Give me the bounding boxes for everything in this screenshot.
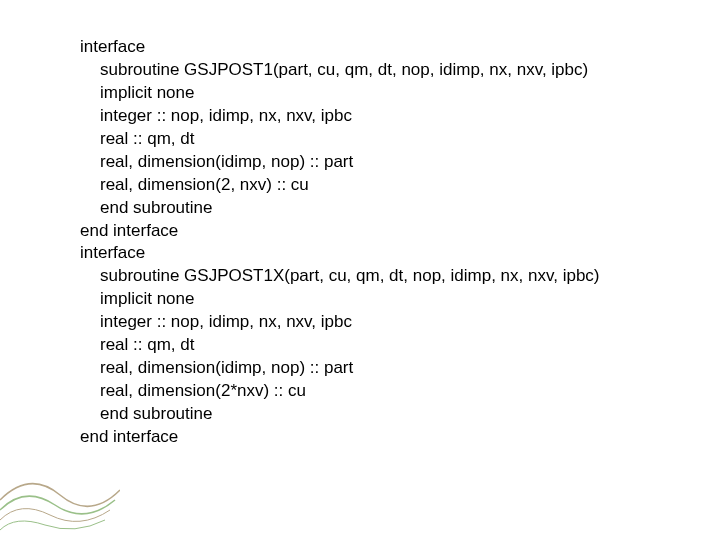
slide-container: interfacesubroutine GSJPOST1(part, cu, q… xyxy=(0,0,720,540)
code-line: end subroutine xyxy=(100,197,600,220)
corner-decoration-icon xyxy=(0,460,120,540)
code-line: integer :: nop, idimp, nx, nxv, ipbc xyxy=(100,311,600,334)
code-line: interface xyxy=(80,36,600,59)
code-line: end subroutine xyxy=(100,403,600,426)
code-line: real :: qm, dt xyxy=(100,128,600,151)
code-line: integer :: nop, idimp, nx, nxv, ipbc xyxy=(100,105,600,128)
code-line: subroutine GSJPOST1(part, cu, qm, dt, no… xyxy=(100,59,600,82)
code-line: interface xyxy=(80,242,600,265)
code-line: real :: qm, dt xyxy=(100,334,600,357)
code-line: real, dimension(idimp, nop) :: part xyxy=(100,357,600,380)
code-line: end interface xyxy=(80,426,600,449)
code-line: subroutine GSJPOST1X(part, cu, qm, dt, n… xyxy=(100,265,600,288)
code-line: implicit none xyxy=(100,288,600,311)
code-line: real, dimension(idimp, nop) :: part xyxy=(100,151,600,174)
code-listing: interfacesubroutine GSJPOST1(part, cu, q… xyxy=(80,36,600,449)
code-line: end interface xyxy=(80,220,600,243)
code-line: real, dimension(2, nxv) :: cu xyxy=(100,174,600,197)
code-line: implicit none xyxy=(100,82,600,105)
code-line: real, dimension(2*nxv) :: cu xyxy=(100,380,600,403)
